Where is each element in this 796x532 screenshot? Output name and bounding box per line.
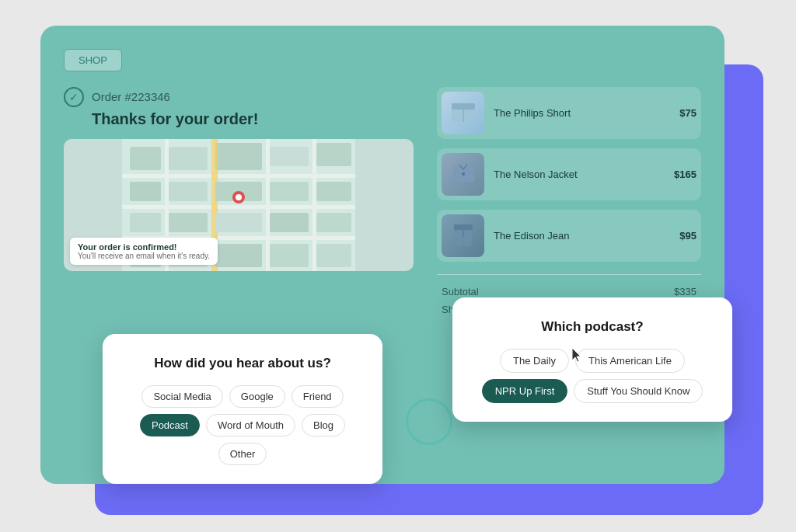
svg-rect-7 xyxy=(122,205,355,209)
svg-rect-6 xyxy=(122,174,355,178)
item-image-jacket xyxy=(442,153,484,196)
item-price: $95 xyxy=(679,230,696,242)
podcast-option-stuff-you-should-know[interactable]: Stuff You Should Know xyxy=(574,379,703,403)
svg-rect-2 xyxy=(169,147,208,170)
map-container: Your order is confirmed! You'll receive … xyxy=(64,139,414,271)
svg-rect-15 xyxy=(169,182,208,201)
option-podcast[interactable]: Podcast xyxy=(140,414,200,436)
svg-rect-14 xyxy=(130,182,161,201)
item-name: The Philips Short xyxy=(494,107,670,119)
order-item: The Edison Jean $95 xyxy=(437,210,701,262)
hear-card-title: How did you hear about us? xyxy=(124,356,361,371)
order-item: The Nelson Jacket $165 xyxy=(437,148,701,200)
option-blog[interactable]: Blog xyxy=(302,414,345,436)
svg-rect-4 xyxy=(270,147,309,166)
item-name: The Nelson Jacket xyxy=(494,169,665,180)
item-image-shorts xyxy=(442,92,484,134)
podcast-card-title: Which podcast? xyxy=(474,319,710,335)
option-other[interactable]: Other xyxy=(218,443,267,465)
svg-rect-25 xyxy=(215,244,262,267)
item-price: $165 xyxy=(674,169,696,180)
svg-rect-19 xyxy=(169,213,208,232)
map-confirmed-subtitle: You'll receive an email when it's ready. xyxy=(78,252,210,260)
order-number: Order #223346 xyxy=(92,90,170,103)
podcast-option-the-daily[interactable]: The Daily xyxy=(500,349,569,373)
item-name: The Edison Jean xyxy=(494,230,670,242)
svg-rect-35 xyxy=(454,224,473,230)
svg-rect-27 xyxy=(316,182,351,201)
svg-rect-1 xyxy=(130,147,161,170)
svg-rect-22 xyxy=(316,213,351,232)
option-social-media[interactable]: Social Media xyxy=(141,385,222,408)
order-thanks: Thanks for your order! xyxy=(92,110,414,128)
svg-rect-21 xyxy=(270,213,309,232)
scene: SHOP ✓ Order #223346 Thanks for your ord… xyxy=(40,26,756,507)
map-confirmed-box: Your order is confirmed! You'll receive … xyxy=(70,238,218,265)
podcast-option-this-american-life[interactable]: This American Life xyxy=(575,349,685,373)
hear-options-group: Social Media Google Friend Podcast Word … xyxy=(124,385,361,465)
svg-rect-11 xyxy=(266,139,270,271)
svg-rect-5 xyxy=(316,143,351,166)
shop-button[interactable]: SHOP xyxy=(64,49,122,71)
podcast-card: Which podcast? The Daily This American L… xyxy=(452,297,732,422)
svg-rect-12 xyxy=(312,139,316,271)
left-panel: ✓ Order #223346 Thanks for your order! xyxy=(64,87,414,344)
map-confirmed-title: Your order is confirmed! xyxy=(78,242,210,252)
svg-rect-18 xyxy=(130,213,161,232)
top-bar: SHOP xyxy=(64,49,701,71)
order-item: The Philips Short $75 xyxy=(437,87,701,139)
order-items: The Philips Short $75 The Nelson Ja xyxy=(437,87,701,262)
podcast-options-group: The Daily This American Life NPR Up Firs… xyxy=(474,349,710,403)
svg-rect-20 xyxy=(215,213,262,232)
subtotal-value: $335 xyxy=(674,286,696,297)
svg-point-30 xyxy=(236,194,242,200)
subtotal-label: Subtotal xyxy=(442,286,479,297)
item-price: $75 xyxy=(679,107,696,119)
option-word-of-mouth[interactable]: Word of Mouth xyxy=(206,414,295,436)
svg-point-34 xyxy=(462,172,465,176)
svg-rect-33 xyxy=(452,103,475,110)
hear-about-us-card: How did you hear about us? Social Media … xyxy=(103,334,382,484)
svg-rect-28 xyxy=(316,244,351,267)
teal-circle-decoration xyxy=(406,398,452,445)
svg-rect-17 xyxy=(270,182,309,201)
svg-rect-26 xyxy=(270,244,309,267)
item-image-jeans xyxy=(442,214,484,257)
podcast-option-npr-up-first[interactable]: NPR Up First xyxy=(482,379,568,403)
svg-rect-3 xyxy=(215,143,262,170)
check-circle-icon: ✓ xyxy=(64,87,84,107)
option-google[interactable]: Google xyxy=(229,385,285,408)
order-header: ✓ Order #223346 xyxy=(64,87,414,107)
option-friend[interactable]: Friend xyxy=(292,385,344,408)
